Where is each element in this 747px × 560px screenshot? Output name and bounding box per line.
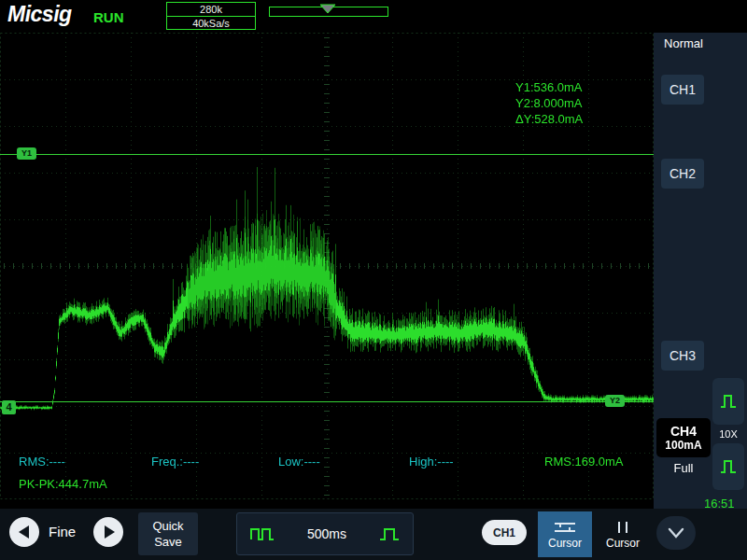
memory-depth: 280k (167, 3, 255, 17)
pulse-wide-icon (250, 525, 275, 543)
oscilloscope-app: Micsig RUN 280k 40kSa/s Y1:536.0mA Y2:8.… (0, 0, 747, 560)
bandwidth-label: Full (654, 461, 713, 475)
horizontal-cursor-button[interactable]: Cursor (538, 511, 592, 557)
adjust-increase-button[interactable] (93, 517, 123, 547)
probe-attenuation-label: 10X (712, 428, 744, 440)
channel4-button[interactable]: CH4 100mA (656, 418, 711, 457)
measurement-pkpk: PK-PK:444.7mA (19, 477, 107, 491)
trigger-mode-label[interactable]: Normal (654, 36, 713, 50)
measurement-high: High:---- (409, 455, 454, 469)
cursor-label: Cursor (548, 537, 582, 550)
timebase-control[interactable]: 500ms (236, 512, 414, 555)
cursor-y1-handle[interactable]: Y1 (17, 147, 36, 160)
right-sidebar: Normal CH1 CH2 CH3 CH4 100mA Full 10X 16… (654, 33, 747, 509)
channel1-button[interactable]: CH1 (661, 75, 704, 105)
channel2-button[interactable]: CH2 (661, 159, 704, 189)
fine-adjust-label: Fine (49, 524, 76, 539)
channel4-scale: 100mA (665, 439, 701, 452)
acquisition-info-box[interactable]: 280k 40kSa/s (166, 2, 256, 30)
waveform-display: Y1:536.0mA Y2:8.000mA ΔY:528.0mA Y1 Y2 4… (0, 33, 654, 499)
left-arrow-icon (19, 525, 29, 539)
sample-rate: 40kSa/s (167, 17, 255, 30)
channel4-label: CH4 (670, 424, 697, 439)
pulse-icon (719, 457, 738, 476)
cursor-y1-value: Y1:536.0mA (515, 79, 583, 95)
quick-save-button[interactable]: Quick Save (138, 512, 198, 555)
measurement-rms-cursor: RMS:---- (19, 455, 65, 469)
adjust-decrease-button[interactable] (9, 517, 39, 547)
cursor-y2-value: Y2:8.000mA (515, 95, 583, 111)
pulse-narrow-icon (379, 525, 400, 543)
measurement-freq: Freq.:---- (151, 455, 199, 469)
waveform-shortcut-bottom[interactable] (712, 443, 744, 490)
cursor-y2-handle[interactable]: Y2 (605, 395, 625, 407)
run-status[interactable]: RUN (93, 9, 124, 25)
horizontal-cursor-icon (553, 520, 577, 535)
trigger-position-marker[interactable] (319, 4, 336, 14)
active-channel-button[interactable]: CH1 (482, 520, 527, 545)
cursor-label: Cursor (606, 537, 640, 550)
cursor-delta-value: ΔY:528.0mA (515, 111, 583, 127)
waveform-shortcut-top[interactable] (712, 378, 744, 425)
measurement-low: Low:---- (278, 455, 320, 469)
pulse-icon (719, 392, 738, 411)
vertical-cursor-icon (611, 520, 635, 535)
measurement-rms-ch4: RMS:169.0mA (544, 455, 624, 469)
collapse-menu-button[interactable] (656, 516, 696, 550)
bottom-toolbar: Fine Quick Save 500ms CH1 Cursor Cursor (0, 509, 747, 560)
vertical-cursor-button[interactable]: Cursor (596, 511, 650, 557)
horizontal-position-bar[interactable] (269, 7, 388, 17)
top-bar: Micsig RUN 280k 40kSa/s (0, 0, 747, 33)
chevron-down-icon (666, 526, 686, 539)
brand-logo: Micsig (7, 2, 72, 27)
right-arrow-icon (105, 525, 115, 539)
channel4-ground-marker[interactable]: 4 (2, 400, 16, 414)
timebase-value: 500ms (307, 526, 346, 541)
channel3-button[interactable]: CH3 (661, 341, 704, 371)
cursor-readout: Y1:536.0mA Y2:8.000mA ΔY:528.0mA (515, 79, 583, 127)
